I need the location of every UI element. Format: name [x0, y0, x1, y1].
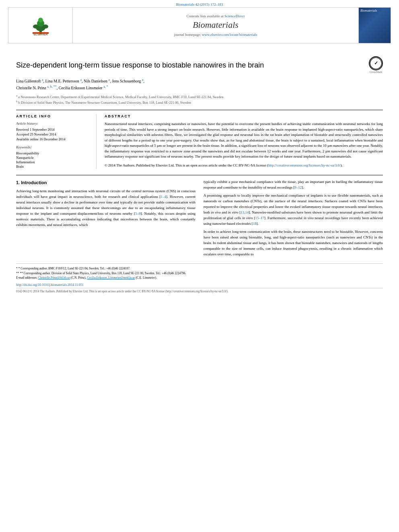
journal-header: ELSEVIER Contents lists available at Sci… — [8, 7, 391, 43]
cover-label: Biomaterials — [360, 9, 377, 12]
affiliation-a: a Neuronano Research Center, Department … — [18, 95, 223, 99]
footnote-star2: ** ** Corresponding author. Division of … — [16, 271, 383, 275]
keyword-2: Nanoparticle — [16, 156, 90, 160]
email-footnote: E-mail addresses: Christelle.Prinz@ftf.l… — [16, 275, 383, 280]
available-date: Available online 16 December 2014 — [16, 137, 90, 141]
affiliations: a a Neuronano Research Center, Departmen… — [16, 94, 383, 105]
ref-18[interactable]: 18 — [253, 222, 257, 226]
info-abstract-section: ARTICLE INFO Article history: Received 1… — [16, 110, 383, 169]
keywords-section: Keywords: Biocompatibility Nanoparticle … — [16, 145, 90, 168]
contents-line: Contents lists available at ScienceDirec… — [187, 14, 245, 18]
keyword-3: Inflammation — [16, 160, 90, 164]
received-date: Received 1 September 2014 — [16, 127, 90, 131]
keywords-heading: Keywords: — [16, 145, 90, 149]
contents-text: Contents lists available at — [187, 14, 224, 18]
article-title: Size-dependent long-term tissue response… — [16, 60, 365, 70]
ref-9-12[interactable]: 9–12 — [294, 185, 302, 189]
main-content: Size-dependent long-term tissue response… — [0, 43, 399, 297]
accepted-date: Accepted 25 November 2014 — [16, 132, 90, 136]
journal-reference: Biomaterials 42 (2015) 172–183 — [0, 0, 399, 7]
body-two-column: 1. Introduction Achieving long-term moni… — [16, 179, 383, 259]
cover-image: Biomaterials — [359, 8, 391, 43]
cc-license-link[interactable]: http://creativecommons.org/licenses/by-n… — [268, 163, 341, 167]
email-1-name: (C.N. Prinz), — [71, 276, 86, 279]
email-1-link[interactable]: Christelle.Prinz@ftf.lth.se — [38, 276, 70, 279]
ref-15-17[interactable]: 15–17 — [255, 216, 265, 220]
email-2-name: (C.E. Linsmeier). — [136, 276, 157, 279]
sciencedirect-link[interactable]: ScienceDirect — [224, 14, 245, 18]
email-label: E-mail addresses: — [16, 276, 37, 279]
journal-homepage: journal homepage: www.elsevier.com/locat… — [174, 33, 257, 37]
keyword-4: Brain — [16, 164, 90, 168]
abstract-panel: ABSTRACT Nanostructured neural interface… — [105, 114, 383, 169]
doi-link[interactable]: http://dx.doi.org/10.1016/j.biomaterials… — [16, 283, 84, 287]
introduction-heading: 1. Introduction — [16, 179, 195, 186]
homepage-text: journal homepage: — [174, 33, 201, 37]
svg-point-4 — [33, 25, 39, 29]
license-text: © 2014 The Authors. Published by Elsevie… — [105, 163, 383, 168]
abstract-heading: ABSTRACT — [105, 114, 383, 118]
footnote-star1-text: * Corresponding author. BMC F10/F12, Lun… — [19, 267, 130, 270]
crossmark-badge: ✓ CrossMark — [369, 56, 383, 74]
article-info-heading: ARTICLE INFO — [16, 114, 90, 118]
ref-5-8[interactable]: 5–8 — [135, 212, 141, 216]
ref-1-4[interactable]: 1–4 — [161, 195, 167, 199]
affiliation-b: b Division of Solid State Physics, The N… — [19, 100, 191, 104]
journal-header-center: Contents lists available at ScienceDirec… — [73, 8, 358, 43]
crossmark-icon: ✓ — [369, 56, 383, 70]
authors-line: Lina Gällentoft a, Lina M.E. Pettersson … — [16, 78, 383, 91]
ref-13-14[interactable]: 13,14 — [241, 210, 249, 214]
homepage-link[interactable]: www.elsevier.com/locate/biomaterials — [202, 33, 257, 37]
article-info-panel: ARTICLE INFO Article history: Received 1… — [16, 114, 97, 169]
intro-right-para-3: In order to achieve long-term communicat… — [204, 229, 383, 257]
journal-cover-image: Biomaterials — [358, 8, 391, 43]
body-left-column: 1. Introduction Achieving long-term moni… — [16, 179, 195, 259]
abstract-text: Nanostructured neural interfaces, compri… — [105, 121, 383, 160]
footnote-star2-text: ** Corresponding author. Division of Sol… — [20, 271, 186, 275]
article-history-heading: Article history: — [16, 121, 90, 125]
svg-text:✓: ✓ — [374, 60, 378, 66]
journal-ref-text: Biomaterials 42 (2015) 172–183 — [176, 2, 223, 6]
section-divider — [16, 175, 383, 175]
svg-point-5 — [43, 25, 48, 29]
email-2-link[interactable]: Cecilia.Eriksson_Linsmeier@med.lu.se — [87, 276, 135, 279]
footnote-star1: * * Corresponding author. BMC F10/F12, L… — [16, 266, 383, 271]
intro-right-para-1: typically exhibit a poor mechanical comp… — [204, 179, 383, 191]
doi-section: http://dx.doi.org/10.1016/j.biomaterials… — [16, 282, 383, 287]
intro-right-para-2: A promising approach to locally improve … — [204, 193, 383, 227]
svg-text:ELSEVIER: ELSEVIER — [33, 33, 47, 35]
svg-point-3 — [38, 18, 43, 23]
keyword-1: Biocompatibility — [16, 151, 90, 155]
crossmark-label: CrossMark — [369, 70, 383, 74]
elsevier-logo: ELSEVIER — [29, 15, 53, 35]
elsevier-tree-icon: ELSEVIER — [29, 15, 53, 35]
footnotes-section: * * Corresponding author. BMC F10/F12, L… — [16, 263, 383, 280]
elsevier-logo-section: ELSEVIER — [8, 8, 73, 43]
body-right-column: typically exhibit a poor mechanical comp… — [204, 179, 383, 259]
copyright-line: 0142-9612/© 2014 The Authors. Published … — [16, 288, 383, 293]
intro-para-1: Achieving long-term monitoring and inter… — [16, 189, 195, 228]
journal-title-header: Biomaterials — [193, 20, 239, 30]
